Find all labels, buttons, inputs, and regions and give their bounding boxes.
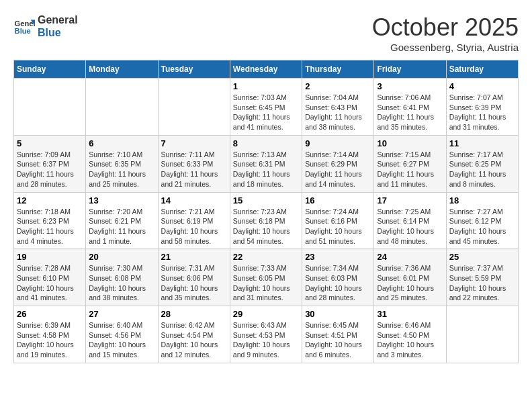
calendar-table: SundayMondayTuesdayWednesdayThursdayFrid… (13, 60, 519, 363)
calendar-cell (14, 79, 86, 136)
day-info: Sunrise: 7:24 AM Sunset: 6:16 PM Dayligh… (305, 207, 371, 246)
day-of-week-header: Sunday (14, 60, 86, 79)
day-info: Sunrise: 6:43 AM Sunset: 4:53 PM Dayligh… (233, 320, 299, 360)
calendar-cell: 29Sunrise: 6:43 AM Sunset: 4:53 PM Dayli… (230, 306, 302, 363)
day-number: 23 (305, 252, 371, 262)
day-info: Sunrise: 7:28 AM Sunset: 6:10 PM Dayligh… (17, 263, 83, 303)
day-number: 6 (89, 138, 154, 148)
day-info: Sunrise: 7:09 AM Sunset: 6:37 PM Dayligh… (17, 150, 83, 189)
day-info: Sunrise: 7:30 AM Sunset: 6:08 PM Dayligh… (89, 263, 154, 303)
day-number: 17 (377, 195, 443, 205)
day-of-week-header: Saturday (446, 60, 518, 79)
calendar-cell: 23Sunrise: 7:34 AM Sunset: 6:03 PM Dayli… (302, 249, 374, 306)
calendar-week-row: 19Sunrise: 7:28 AM Sunset: 6:10 PM Dayli… (14, 249, 519, 306)
calendar-cell: 22Sunrise: 7:33 AM Sunset: 6:05 PM Dayli… (230, 249, 302, 306)
day-info: Sunrise: 7:33 AM Sunset: 6:05 PM Dayligh… (233, 263, 299, 303)
day-info: Sunrise: 7:14 AM Sunset: 6:29 PM Dayligh… (305, 150, 371, 189)
day-info: Sunrise: 7:21 AM Sunset: 6:19 PM Dayligh… (161, 207, 227, 246)
day-number: 9 (305, 138, 371, 148)
day-info: Sunrise: 7:15 AM Sunset: 6:27 PM Dayligh… (377, 150, 443, 189)
day-number: 1 (233, 81, 299, 91)
calendar-cell: 17Sunrise: 7:25 AM Sunset: 6:14 PM Dayli… (374, 192, 446, 249)
day-info: Sunrise: 7:36 AM Sunset: 6:01 PM Dayligh… (377, 263, 443, 303)
day-number: 26 (17, 309, 83, 319)
day-info: Sunrise: 7:03 AM Sunset: 6:45 PM Dayligh… (233, 93, 299, 132)
day-info: Sunrise: 7:06 AM Sunset: 6:41 PM Dayligh… (377, 93, 443, 132)
day-number: 2 (305, 81, 371, 91)
day-info: Sunrise: 7:34 AM Sunset: 6:03 PM Dayligh… (305, 263, 371, 303)
day-info: Sunrise: 7:13 AM Sunset: 6:31 PM Dayligh… (233, 150, 299, 189)
calendar-cell: 10Sunrise: 7:15 AM Sunset: 6:27 PM Dayli… (374, 135, 446, 192)
day-number: 15 (233, 195, 299, 205)
day-of-week-header: Friday (374, 60, 446, 79)
day-number: 21 (161, 252, 227, 262)
day-number: 4 (449, 81, 515, 91)
day-number: 28 (161, 309, 227, 319)
day-number: 22 (233, 252, 299, 262)
day-info: Sunrise: 7:07 AM Sunset: 6:39 PM Dayligh… (449, 93, 515, 132)
day-info: Sunrise: 7:31 AM Sunset: 6:06 PM Dayligh… (161, 263, 227, 303)
calendar-body: 1Sunrise: 7:03 AM Sunset: 6:45 PM Daylig… (14, 79, 519, 363)
month-title: October 2025 (372, 13, 519, 42)
calendar-cell: 25Sunrise: 7:37 AM Sunset: 5:59 PM Dayli… (446, 249, 518, 306)
calendar-cell: 13Sunrise: 7:20 AM Sunset: 6:21 PM Dayli… (86, 192, 158, 249)
calendar-cell: 6Sunrise: 7:10 AM Sunset: 6:35 PM Daylig… (86, 135, 158, 192)
calendar-cell: 7Sunrise: 7:11 AM Sunset: 6:33 PM Daylig… (158, 135, 230, 192)
day-number: 10 (377, 138, 443, 148)
day-number: 7 (161, 138, 227, 148)
calendar-cell: 26Sunrise: 6:39 AM Sunset: 4:58 PM Dayli… (14, 306, 86, 363)
calendar-cell (86, 79, 158, 136)
day-number: 8 (233, 138, 299, 148)
day-of-week-header: Tuesday (158, 60, 230, 79)
calendar-cell (446, 306, 518, 363)
day-number: 14 (161, 195, 227, 205)
calendar-cell: 2Sunrise: 7:04 AM Sunset: 6:43 PM Daylig… (302, 79, 374, 136)
day-of-week-header: Thursday (302, 60, 374, 79)
calendar-cell: 24Sunrise: 7:36 AM Sunset: 6:01 PM Dayli… (374, 249, 446, 306)
calendar-cell (158, 79, 230, 136)
calendar-header: SundayMondayTuesdayWednesdayThursdayFrid… (14, 60, 519, 79)
calendar-cell: 8Sunrise: 7:13 AM Sunset: 6:31 PM Daylig… (230, 135, 302, 192)
logo-general: General (38, 13, 78, 26)
calendar-cell: 9Sunrise: 7:14 AM Sunset: 6:29 PM Daylig… (302, 135, 374, 192)
calendar-cell: 31Sunrise: 6:46 AM Sunset: 4:50 PM Dayli… (374, 306, 446, 363)
days-of-week-row: SundayMondayTuesdayWednesdayThursdayFrid… (14, 60, 519, 79)
calendar-cell: 20Sunrise: 7:30 AM Sunset: 6:08 PM Dayli… (86, 249, 158, 306)
day-number: 11 (449, 138, 515, 148)
location-subtitle: Goessenberg, Styria, Austria (372, 42, 519, 53)
day-info: Sunrise: 7:11 AM Sunset: 6:33 PM Dayligh… (161, 150, 227, 189)
day-info: Sunrise: 7:18 AM Sunset: 6:23 PM Dayligh… (17, 207, 83, 246)
day-info: Sunrise: 7:10 AM Sunset: 6:35 PM Dayligh… (89, 150, 154, 189)
day-number: 27 (89, 309, 154, 319)
day-info: Sunrise: 7:20 AM Sunset: 6:21 PM Dayligh… (89, 207, 154, 246)
day-info: Sunrise: 6:45 AM Sunset: 4:51 PM Dayligh… (305, 320, 371, 360)
day-of-week-header: Wednesday (230, 60, 302, 79)
calendar-cell: 30Sunrise: 6:45 AM Sunset: 4:51 PM Dayli… (302, 306, 374, 363)
calendar-cell: 18Sunrise: 7:27 AM Sunset: 6:12 PM Dayli… (446, 192, 518, 249)
calendar-cell: 14Sunrise: 7:21 AM Sunset: 6:19 PM Dayli… (158, 192, 230, 249)
day-info: Sunrise: 6:39 AM Sunset: 4:58 PM Dayligh… (17, 320, 83, 360)
calendar-week-row: 26Sunrise: 6:39 AM Sunset: 4:58 PM Dayli… (14, 306, 519, 363)
svg-text:Blue: Blue (15, 27, 31, 35)
day-info: Sunrise: 7:04 AM Sunset: 6:43 PM Dayligh… (305, 93, 371, 132)
day-info: Sunrise: 7:17 AM Sunset: 6:25 PM Dayligh… (449, 150, 515, 189)
calendar-cell: 21Sunrise: 7:31 AM Sunset: 6:06 PM Dayli… (158, 249, 230, 306)
logo: General Blue General Blue (13, 13, 78, 39)
day-info: Sunrise: 7:27 AM Sunset: 6:12 PM Dayligh… (449, 207, 515, 246)
calendar-cell: 11Sunrise: 7:17 AM Sunset: 6:25 PM Dayli… (446, 135, 518, 192)
calendar-cell: 12Sunrise: 7:18 AM Sunset: 6:23 PM Dayli… (14, 192, 86, 249)
day-number: 12 (17, 195, 83, 205)
day-number: 30 (305, 309, 371, 319)
day-info: Sunrise: 7:23 AM Sunset: 6:18 PM Dayligh… (233, 207, 299, 246)
day-info: Sunrise: 6:42 AM Sunset: 4:54 PM Dayligh… (161, 320, 227, 360)
day-number: 25 (449, 252, 515, 262)
day-number: 31 (377, 309, 443, 319)
calendar-cell: 15Sunrise: 7:23 AM Sunset: 6:18 PM Dayli… (230, 192, 302, 249)
day-number: 24 (377, 252, 443, 262)
calendar-week-row: 5Sunrise: 7:09 AM Sunset: 6:37 PM Daylig… (14, 135, 519, 192)
logo-blue: Blue (38, 26, 78, 39)
day-number: 16 (305, 195, 371, 205)
calendar-cell: 4Sunrise: 7:07 AM Sunset: 6:39 PM Daylig… (446, 79, 518, 136)
calendar-cell: 5Sunrise: 7:09 AM Sunset: 6:37 PM Daylig… (14, 135, 86, 192)
calendar-cell: 19Sunrise: 7:28 AM Sunset: 6:10 PM Dayli… (14, 249, 86, 306)
